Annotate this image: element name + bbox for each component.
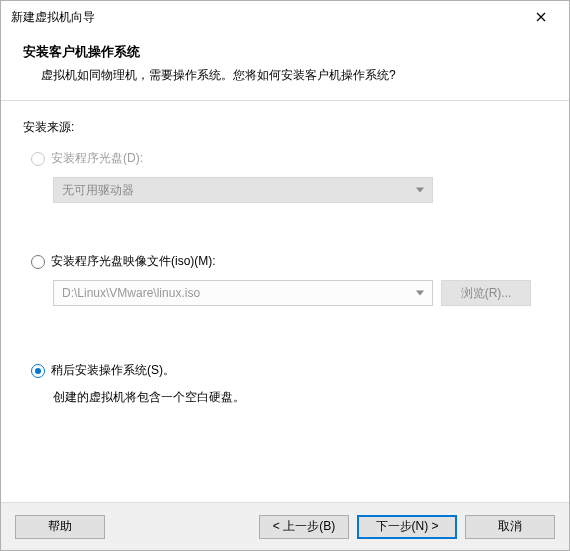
back-button[interactable]: < 上一步(B) (259, 515, 349, 539)
radio-iso-label: 安装程序光盘映像文件(iso)(M): (51, 253, 216, 270)
chevron-down-icon (416, 291, 424, 296)
radio-iso[interactable] (31, 255, 45, 269)
option-disc: 安装程序光盘(D): (31, 150, 547, 167)
option-later[interactable]: 稍后安装操作系统(S)。 (31, 362, 547, 379)
option-iso[interactable]: 安装程序光盘映像文件(iso)(M): (31, 253, 547, 270)
page-title: 安装客户机操作系统 (23, 43, 547, 61)
disc-drive-value: 无可用驱动器 (62, 182, 134, 199)
radio-disc (31, 152, 45, 166)
wizard-footer: 帮助 < 上一步(B) 下一步(N) > 取消 (1, 502, 569, 550)
cancel-button[interactable]: 取消 (465, 515, 555, 539)
iso-path-combo: D:\Linux\VMware\linux.iso (53, 280, 433, 306)
close-button[interactable] (521, 3, 561, 31)
radio-disc-label: 安装程序光盘(D): (51, 150, 143, 167)
next-button[interactable]: 下一步(N) > (357, 515, 457, 539)
disc-drive-combo: 无可用驱动器 (53, 177, 433, 203)
chevron-down-icon (416, 188, 424, 193)
window-title: 新建虚拟机向导 (11, 9, 521, 26)
option-later-group: 稍后安装操作系统(S)。 创建的虚拟机将包含一个空白硬盘。 (23, 362, 547, 406)
browse-button: 浏览(R)... (441, 280, 531, 306)
iso-row: D:\Linux\VMware\linux.iso 浏览(R)... (53, 280, 547, 306)
page-description: 虚拟机如同物理机，需要操作系统。您将如何安装客户机操作系统? (23, 67, 547, 84)
radio-later[interactable] (31, 364, 45, 378)
option-iso-group: 安装程序光盘映像文件(iso)(M): D:\Linux\VMware\linu… (23, 253, 547, 306)
option-disc-group: 安装程序光盘(D): 无可用驱动器 (23, 150, 547, 203)
later-note: 创建的虚拟机将包含一个空白硬盘。 (53, 389, 547, 406)
source-label: 安装来源: (23, 119, 547, 136)
close-icon (536, 12, 546, 22)
wizard-header: 安装客户机操作系统 虚拟机如同物理机，需要操作系统。您将如何安装客户机操作系统? (1, 33, 569, 101)
titlebar: 新建虚拟机向导 (1, 1, 569, 33)
wizard-content: 安装来源: 安装程序光盘(D): 无可用驱动器 安装程序光盘映像文件(iso)(… (1, 101, 569, 434)
radio-later-label: 稍后安装操作系统(S)。 (51, 362, 175, 379)
help-button[interactable]: 帮助 (15, 515, 105, 539)
iso-path-value: D:\Linux\VMware\linux.iso (62, 286, 200, 300)
